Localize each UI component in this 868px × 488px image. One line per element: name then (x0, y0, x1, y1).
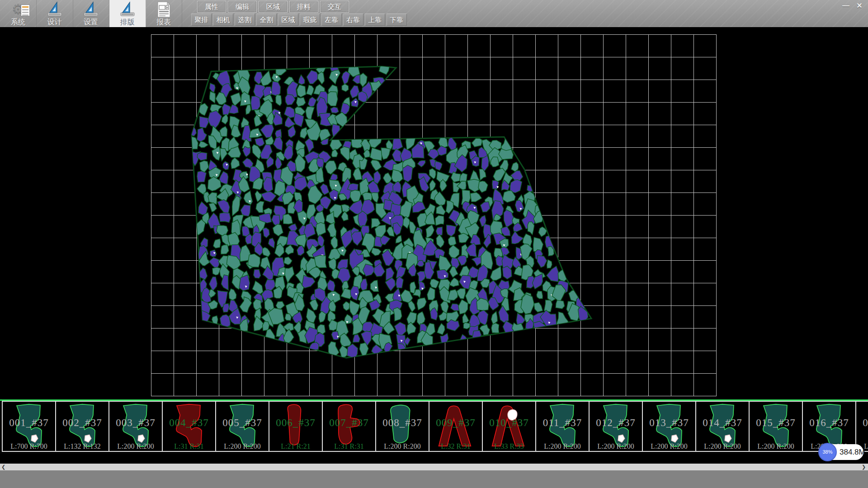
ruler-icon (109, 1, 146, 18)
nav-item-4[interactable]: 排版 (109, 0, 146, 27)
piece-count-label: L:200 R:200 (376, 442, 429, 450)
menu-tab-2[interactable]: 编辑 (228, 1, 257, 13)
piece-thumbnail-6[interactable]: 006_#37L:21 R:21 (269, 401, 322, 452)
piece-count-label: L:200 R:200 (750, 442, 802, 450)
ruler-icon (37, 1, 73, 18)
nav-item-3[interactable]: 设置 (73, 0, 109, 27)
tool-button-2[interactable]: 相机 (213, 14, 233, 26)
piece-id-label: 002_#37 (56, 417, 108, 429)
window-controls: —✕ (839, 1, 866, 12)
tool-button-5[interactable]: 区域 (278, 14, 298, 26)
piece-thumbnail-15[interactable]: 015_#37L:200 R:200 (749, 401, 802, 452)
piece-id-label: 003_#37 (109, 417, 162, 429)
piece-id-label: 013_#37 (643, 417, 695, 429)
tool-button-bar: 聚排相机选割全割区域瑕疵左靠右靠上靠下靠 (191, 14, 408, 26)
main-toolbar: ⚙系统设计设置排版报表 属性编辑区域排料交互 聚排相机选割全割区域瑕疵左靠右靠上… (0, 0, 868, 27)
piece-thumbnail-8[interactable]: 008_#37L:200 R:200 (375, 401, 429, 452)
piece-id-label: 005_#37 (216, 417, 269, 429)
piece-id-label: 007_#37 (323, 417, 375, 429)
nav-item-1[interactable]: ⚙系统 (0, 0, 37, 27)
piece-count-label: L:200 R:200 (216, 442, 269, 450)
horizontal-scrollbar[interactable]: ❮ ❯ (0, 464, 868, 470)
piece-id-label: 012_#37 (590, 417, 642, 429)
status-bar (0, 470, 868, 488)
nav-item-label: 报表 (146, 18, 182, 26)
nav-item-label: 设计 (37, 18, 73, 26)
piece-count-label: L:200 R:200 (109, 442, 162, 450)
piece-id-label: 014_#37 (696, 417, 749, 429)
piece-count-label: L:33 R:33 (483, 442, 535, 450)
piece-thumbnail-13[interactable]: 013_#37L:200 R:200 (642, 401, 695, 452)
ruler-icon (73, 1, 109, 18)
piece-thumbnail-1[interactable]: 001_#37L:700 R:700 (2, 401, 55, 452)
minimize-button[interactable]: — (839, 1, 853, 11)
report-icon (146, 1, 182, 18)
piece-id-label: 016_#37 (803, 417, 855, 429)
nesting-canvas[interactable] (0, 27, 868, 399)
piece-id-label: 010_#37 (483, 417, 535, 429)
piece-id-label: 001_#37 (3, 417, 55, 429)
piece-id-label: 011_#37 (536, 417, 589, 429)
status-badge[interactable]: 38% 384.8M (820, 444, 863, 460)
piece-count-label: L:132 R:132 (56, 442, 108, 450)
nav-item-5[interactable]: 报表 (146, 0, 182, 27)
tool-button-3[interactable]: 选割 (235, 14, 255, 26)
tool-button-8[interactable]: 右靠 (343, 14, 363, 26)
menu-tab-5[interactable]: 交互 (320, 1, 349, 13)
piece-thumbnail-5[interactable]: 005_#37L:200 R:200 (215, 401, 269, 452)
piece-count-label: L:200 R:200 (536, 442, 589, 450)
piece-id-label: 015_#37 (750, 417, 802, 429)
tool-button-4[interactable]: 全割 (256, 14, 277, 26)
piece-id-label: 017_#37 (856, 417, 868, 429)
memory-size-label: 384.8M (840, 444, 865, 460)
piece-count-label: L:200 R:200 (696, 442, 749, 450)
piece-thumbnail-11[interactable]: 011_#37L:200 R:200 (535, 401, 589, 452)
tool-button-6[interactable]: 瑕疵 (300, 14, 320, 26)
nav-item-label: 系统 (0, 18, 36, 26)
piece-count-label: L:32 R:31 (429, 442, 482, 450)
gear-icon: ⚙ (0, 1, 36, 18)
piece-id-label: 008_#37 (376, 417, 429, 429)
nesting-app-window: ⚙系统设计设置排版报表 属性编辑区域排料交互 聚排相机选割全割区域瑕疵左靠右靠上… (0, 0, 868, 488)
scroll-right-arrow-icon[interactable]: ❯ (860, 464, 867, 470)
close-button[interactable]: ✕ (853, 1, 866, 11)
nav-item-label: 排版 (109, 18, 146, 26)
nav-item-label: 设置 (73, 18, 109, 26)
menu-tab-3[interactable]: 区域 (259, 1, 288, 13)
progress-percent-badge: 38% (818, 443, 837, 461)
menu-tab-4[interactable]: 排料 (289, 1, 318, 13)
piece-count-label: L:21 R:21 (269, 442, 322, 450)
menu-tab-bar: 属性编辑区域排料交互 (197, 1, 351, 13)
piece-id-label: 004_#37 (163, 417, 215, 429)
piece-thumbnail-3[interactable]: 003_#37L:200 R:200 (108, 401, 162, 452)
piece-id-label: 009_#37 (429, 417, 482, 429)
piece-count-label: L:31 R:31 (163, 442, 215, 450)
piece-count-label: L:700 R:700 (3, 442, 55, 450)
piece-thumbnail-10[interactable]: 010_#37L:33 R:33 (482, 401, 535, 452)
piece-id-label: 006_#37 (269, 417, 322, 429)
tool-button-9[interactable]: 上靠 (365, 14, 385, 26)
piece-thumbnail-7[interactable]: 007_#37L:31 R:31 (322, 401, 375, 452)
tool-button-7[interactable]: 左靠 (321, 14, 342, 26)
tool-button-10[interactable]: 下靠 (387, 14, 407, 26)
tool-button-1[interactable]: 聚排 (191, 14, 212, 26)
menu-tab-1[interactable]: 属性 (197, 1, 226, 13)
piece-count-label: L:31 R:31 (323, 442, 375, 450)
piece-thumbnail-9[interactable]: 009_#37L:32 R:31 (429, 401, 482, 452)
piece-thumbnail-strip: 001_#37L:700 R:700002_#37L:132 R:132003_… (0, 401, 868, 454)
piece-thumbnail-2[interactable]: 002_#37L:132 R:132 (55, 401, 108, 452)
piece-count-label: L:200 R:200 (590, 442, 642, 450)
piece-thumbnail-4[interactable]: 004_#37L:31 R:31 (162, 401, 215, 452)
nav-item-2[interactable]: 设计 (37, 0, 73, 27)
leather-hide-layout[interactable] (0, 27, 868, 399)
piece-thumbnail-14[interactable]: 014_#37L:200 R:200 (695, 401, 749, 452)
piece-count-label: L:200 R:200 (643, 442, 695, 450)
scroll-left-arrow-icon[interactable]: ❮ (0, 464, 7, 470)
piece-thumbnail-12[interactable]: 012_#37L:200 R:200 (589, 401, 642, 452)
